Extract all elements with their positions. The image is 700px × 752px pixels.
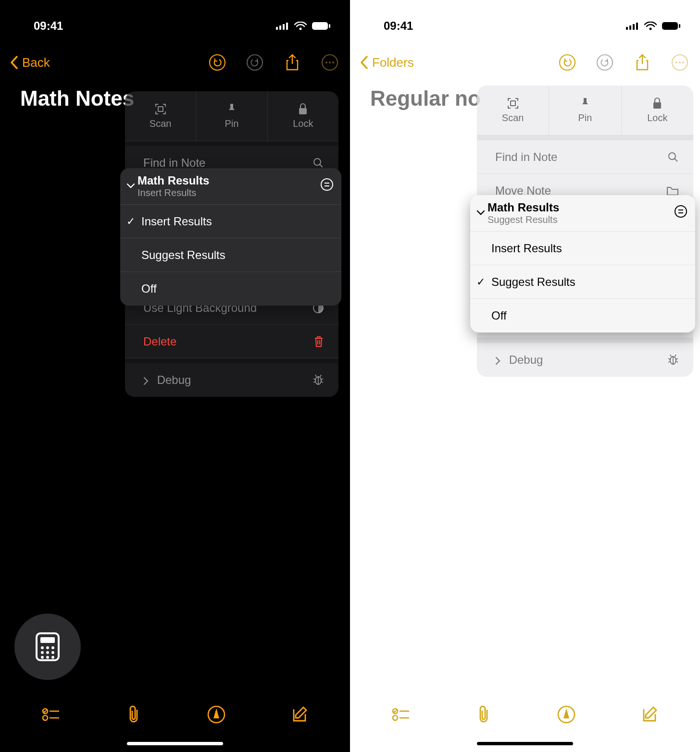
back-label: Back [22,55,50,70]
nav-icons [208,53,339,72]
svg-point-25 [46,651,49,654]
lock-icon [298,103,308,115]
svg-point-10 [325,62,327,63]
svg-rect-36 [636,23,638,30]
option-insert-results[interactable]: ✓ Insert Results [120,205,341,238]
top-actions-row: Scan Pin Lock [477,86,693,136]
pin-button[interactable]: Pin [549,86,621,135]
chevron-down-icon [120,182,138,191]
find-in-note-row[interactable]: Find in Note [477,140,693,174]
folder-icon [666,185,679,196]
share-button[interactable] [283,53,302,72]
svg-point-48 [669,153,675,160]
gap [125,141,338,146]
scan-icon [154,103,167,115]
svg-point-23 [51,646,54,649]
status-time: 09:41 [384,19,413,33]
cellular-icon [626,22,639,30]
checklist-button[interactable] [387,700,415,729]
bottom-toolbar [350,695,700,734]
submenu-subtitle: Suggest Results [488,214,666,225]
svg-point-44 [679,62,681,63]
dark-mode-pane: 09:41 Back [0,0,350,752]
option-suggest-results[interactable]: ✓ Suggest Results [470,265,695,299]
svg-point-24 [41,651,44,654]
compose-button[interactable] [285,700,313,729]
debug-row[interactable]: Debug [125,363,338,397]
svg-point-37 [650,28,652,30]
math-results-submenu: Math Results Suggest Results Insert Resu… [470,195,695,333]
svg-rect-0 [276,27,278,30]
checkmark-icon: ✓ [120,215,141,228]
compose-button[interactable] [635,700,663,729]
home-indicator [477,742,573,745]
scan-label: Scan [502,112,524,123]
back-button[interactable]: Folders [360,55,414,70]
option-suggest-results[interactable]: Suggest Results [120,238,341,272]
svg-point-4 [300,28,302,30]
svg-point-8 [247,55,262,70]
status-bar: 09:41 [0,0,350,38]
debug-label: Debug [495,353,543,367]
svg-point-52 [393,715,398,720]
pin-button[interactable]: Pin [196,91,267,141]
submenu-header[interactable]: Math Results Suggest Results [470,195,695,232]
undo-button[interactable] [558,53,577,72]
checkmark-icon: ✓ [470,276,491,288]
trash-icon [313,335,324,348]
svg-rect-5 [312,22,328,30]
more-button[interactable] [670,53,689,72]
redo-button[interactable] [595,53,614,72]
equals-badge-icon [666,205,695,221]
scan-button[interactable]: Scan [477,86,549,135]
markup-button[interactable] [552,700,581,729]
lock-button[interactable]: Lock [622,86,693,135]
svg-point-22 [46,646,49,649]
scan-button[interactable]: Scan [125,91,196,141]
submenu-subtitle: Insert Results [138,187,312,198]
debug-row[interactable]: Debug [477,343,693,377]
svg-point-50 [675,206,687,217]
status-right [626,22,681,30]
svg-rect-14 [299,108,307,114]
chevron-right-icon [143,377,149,385]
back-button[interactable]: Back [10,55,50,70]
lock-button[interactable]: Lock [268,91,338,141]
attachment-button[interactable] [469,700,498,729]
submenu-header[interactable]: Math Results Insert Results [120,168,341,205]
svg-point-29 [51,656,54,659]
svg-point-28 [46,656,49,659]
undo-button[interactable] [208,53,227,72]
checklist-button[interactable] [37,700,65,729]
nav-bar: Folders [350,38,700,82]
svg-point-15 [314,159,321,165]
delete-label: Delete [143,335,176,348]
attachment-button[interactable] [119,700,148,729]
markup-button[interactable] [202,700,231,729]
status-bar: 09:41 [350,0,700,38]
option-off[interactable]: Off [470,299,695,333]
chevron-left-icon [10,55,19,70]
calculator-button[interactable] [14,614,81,680]
svg-point-43 [675,62,677,63]
option-off[interactable]: Off [120,272,341,306]
wifi-icon [644,22,657,30]
bug-icon [312,374,324,386]
svg-rect-20 [40,637,55,643]
delete-row[interactable]: Delete [125,325,338,358]
option-insert-results[interactable]: Insert Results [470,232,695,265]
chevron-down-icon [470,209,488,218]
chevron-right-icon [495,357,501,365]
lock-label: Lock [647,112,667,123]
redo-button[interactable] [245,53,264,72]
svg-rect-13 [158,107,163,111]
wifi-icon [294,22,307,30]
equals-badge-icon [312,178,341,194]
svg-rect-39 [679,24,680,28]
share-button[interactable] [633,53,652,72]
search-icon [667,151,679,163]
more-button[interactable] [320,53,339,72]
svg-point-21 [41,646,44,649]
calculator-icon [36,632,60,661]
svg-rect-34 [629,25,631,30]
